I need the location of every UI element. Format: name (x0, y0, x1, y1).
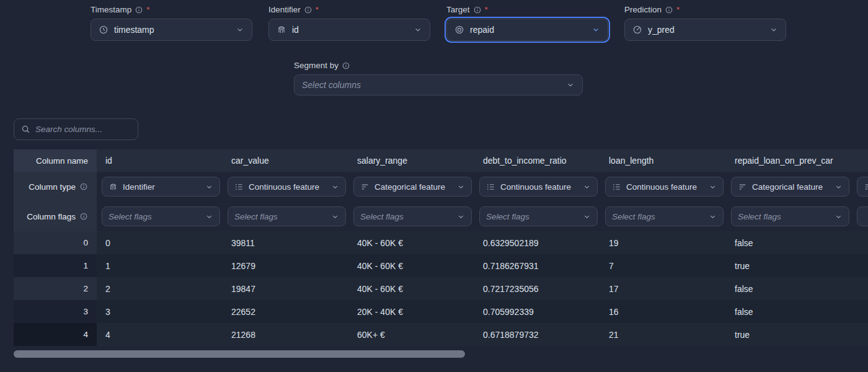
column-flags-select[interactable] (857, 206, 868, 226)
field-label-text: Segment by (294, 61, 339, 70)
chevron-down-icon (457, 213, 465, 221)
table-cell: 40K - 60K € (348, 254, 474, 277)
column-header-debt-to-income-ratio: debt_to_income_ratio (474, 149, 600, 172)
clock-icon (99, 25, 108, 35)
table-cell: 22652 (223, 300, 348, 323)
identifier-field: Identifier * id (268, 5, 430, 41)
table-cell: 0.6718879732 (474, 323, 600, 346)
chevron-down-icon (566, 81, 575, 89)
identifier-select-value: id (292, 25, 299, 35)
table-cell: 60K+ € (348, 323, 474, 346)
segment-by-select[interactable]: Select columns (294, 74, 583, 95)
chevron-down-icon (205, 183, 213, 191)
fingerprint-icon (277, 25, 286, 35)
search-box[interactable] (14, 118, 138, 140)
table-cell: 4 (97, 323, 223, 346)
table-cell: 0.7217235056 (474, 277, 600, 300)
target-select[interactable]: repaid (446, 19, 608, 41)
flags-placeholder: Select flags (612, 212, 655, 221)
table-cell: 12679 (223, 254, 348, 277)
table-cell: 17 (600, 277, 726, 300)
info-icon[interactable] (665, 6, 673, 14)
field-label-text: Prediction (624, 5, 662, 14)
timestamp-select[interactable]: timestamp (91, 19, 252, 41)
type-cell-debt-to-income-ratio: Continuous feature (474, 172, 600, 202)
info-icon[interactable] (135, 6, 143, 14)
info-icon[interactable] (473, 6, 482, 14)
prediction-icon (632, 25, 642, 35)
required-mark: * (485, 5, 488, 14)
column-flags-select[interactable]: Select flags (102, 206, 220, 226)
table-cell: 40K - 60K € (348, 277, 474, 300)
segment-by-label: Segment by (294, 61, 583, 70)
flags-placeholder: Select flags (108, 212, 152, 221)
timestamp-select-value: timestamp (114, 25, 154, 35)
ordered-list-icon (486, 182, 495, 192)
column-header-repaid-loan-on-prev-car: repaid_loan_on_prev_car (726, 149, 852, 172)
column-header-salary-range: salary_range (348, 149, 474, 172)
row-index: 3 (14, 300, 97, 323)
table-cell: false (726, 277, 852, 300)
prediction-select-value: y_pred (648, 25, 675, 35)
table-cell: true (726, 323, 852, 346)
column-flags-select[interactable]: Select flags (605, 206, 724, 226)
info-icon[interactable] (79, 212, 88, 221)
search-input[interactable] (35, 125, 131, 134)
segment-by-placeholder: Select columns (302, 80, 361, 90)
type-cell-id: Identifier (97, 172, 223, 202)
target-label: Target * (446, 5, 608, 14)
horizontal-scrollbar[interactable] (14, 350, 465, 358)
column-type-select[interactable]: Categorical feature (353, 177, 472, 197)
column-flags-select[interactable]: Select flags (731, 206, 849, 226)
required-mark: * (676, 5, 680, 14)
table-cell-overflow (852, 323, 868, 346)
column-flags-select[interactable]: Select flags (353, 206, 472, 226)
target-field: Target * repaid (446, 5, 608, 41)
table-cell-overflow (852, 231, 868, 254)
chevron-down-icon (769, 25, 778, 34)
chevron-down-icon (583, 183, 591, 191)
table-cell: 0 (97, 231, 223, 254)
prediction-select[interactable]: y_pred (624, 19, 786, 41)
column-type-value: Categorical feature (374, 182, 445, 192)
column-flags-select[interactable]: Select flags (479, 206, 598, 226)
flags-placeholder: Select flags (738, 212, 781, 221)
column-type-select[interactable]: Continuous feature (605, 177, 724, 197)
type-cell-loan-length: Continuous feature (600, 172, 726, 202)
table-cell: 21268 (223, 323, 348, 346)
column-type-select[interactable]: Categorical feature (731, 177, 849, 197)
flags-cell-repaid-loan-on-prev-car: Select flags (726, 202, 852, 231)
column-type-select[interactable]: Continuous feature (479, 177, 598, 197)
column-type-value: Continuous feature (626, 182, 697, 192)
table-cell: false (726, 231, 852, 254)
flags-cell-car-value: Select flags (223, 202, 348, 231)
table-cell-overflow (852, 254, 868, 277)
identifier-select[interactable]: id (268, 19, 430, 41)
identifier-label: Identifier * (268, 5, 430, 14)
type-cell-repaid-loan-on-prev-car: Categorical feature (726, 172, 852, 202)
chevron-down-icon (205, 213, 213, 221)
column-type-row-header: Column type (14, 172, 97, 202)
info-icon[interactable] (79, 182, 88, 191)
table-cell: 16 (600, 300, 726, 323)
ordered-list-icon (612, 182, 621, 192)
info-icon[interactable] (342, 61, 350, 70)
fingerprint-icon (108, 182, 118, 192)
field-label-text: Target (446, 5, 470, 14)
column-type-select[interactable] (857, 177, 868, 197)
category-lines-icon (738, 182, 747, 192)
info-icon[interactable] (304, 6, 312, 14)
table-cell-overflow (852, 300, 868, 323)
column-type-select[interactable]: Continuous feature (228, 177, 346, 197)
flags-cell-id: Select flags (97, 202, 223, 231)
column-header-id: id (97, 149, 223, 172)
table-cell: 40K - 60K € (348, 231, 474, 254)
chevron-down-icon (331, 213, 339, 221)
flags-cell-loan-length: Select flags (600, 202, 726, 231)
column-type-select[interactable]: Identifier (102, 177, 220, 197)
column-header-car-value: car_value (223, 149, 348, 172)
field-label-text: Identifier (268, 5, 301, 14)
table-cell: 1 (97, 254, 223, 277)
row-index: 4 (14, 323, 97, 346)
column-flags-select[interactable]: Select flags (228, 206, 346, 226)
